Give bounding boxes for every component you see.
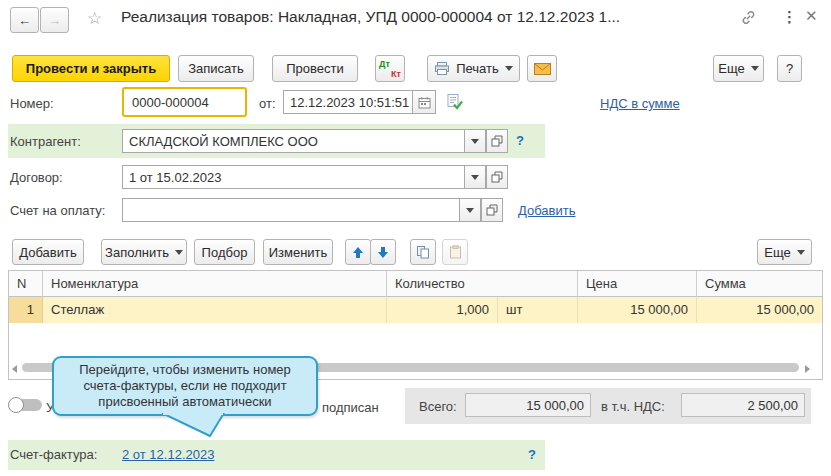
- copy-button[interactable]: [410, 239, 436, 265]
- invoice-help[interactable]: ?: [528, 447, 536, 462]
- h-scrollbar-right-arrow[interactable]: [805, 365, 810, 373]
- vat-total-label: в т.ч. НДС:: [601, 399, 665, 414]
- change-button[interactable]: Изменить: [263, 239, 333, 265]
- nav-back-button[interactable]: ←: [10, 7, 39, 33]
- favorite-star-icon[interactable]: ☆: [87, 8, 102, 29]
- invoice-link[interactable]: 2 от 12.12.2023: [122, 447, 214, 462]
- paste-button[interactable]: [442, 239, 468, 265]
- payment-invoice-label: Счет на оплату:: [10, 203, 105, 218]
- column-header-sum[interactable]: Сумма: [697, 271, 822, 297]
- row-quantity-cell[interactable]: 1,000: [387, 297, 498, 323]
- print-label: Печать: [456, 61, 499, 76]
- date-value: 12.12.2023 10:51:51: [290, 95, 409, 110]
- invoice-label: Счет-фактура:: [10, 447, 97, 462]
- dtkt-postings-button[interactable]: Дт Кт: [375, 55, 405, 82]
- fill-label: Заполнить: [105, 245, 169, 260]
- vat-value-field: 2 500,00: [681, 393, 805, 417]
- copy-icon: [416, 245, 430, 259]
- vat-value: 2 500,00: [747, 398, 798, 413]
- tooltip-bubble: Перейдите, чтобы изменить номер счета-фа…: [52, 356, 318, 416]
- date-label: от:: [259, 96, 276, 111]
- column-header-nomenclature[interactable]: Номенклатура: [43, 271, 387, 297]
- counterparty-dropdown-button[interactable]: [464, 129, 486, 153]
- get-link-icon[interactable]: [740, 9, 757, 29]
- move-down-button[interactable]: [370, 239, 396, 265]
- page-title: Реализация товаров: Накладная, УПД 0000-…: [121, 8, 620, 26]
- more-label: Еще: [764, 245, 790, 260]
- save-button[interactable]: Записать: [178, 55, 254, 82]
- number-input[interactable]: 0000-000004: [122, 87, 247, 117]
- fill-button[interactable]: Заполнить: [101, 239, 187, 265]
- forward-icon: →: [48, 13, 61, 28]
- column-header-n[interactable]: N: [9, 271, 43, 297]
- chevron-down-icon: [751, 66, 759, 71]
- calendar-icon: [418, 96, 431, 109]
- chevron-down-icon: [466, 208, 474, 213]
- chevron-down-icon: [471, 175, 479, 180]
- help-button[interactable]: ?: [777, 55, 802, 82]
- calendar-button[interactable]: [412, 90, 436, 114]
- toolbar-more-button[interactable]: Еще: [713, 55, 764, 82]
- arrow-down-icon: [377, 246, 389, 259]
- vat-mode-link[interactable]: НДС в сумме: [600, 96, 680, 111]
- dtkt-icon: Дт Кт: [379, 59, 401, 79]
- contract-label: Договор:: [10, 170, 63, 185]
- more-label: Еще: [718, 61, 744, 76]
- print-button[interactable]: Печать: [427, 55, 520, 82]
- contract-value: 1 от 15.02.2023: [129, 170, 221, 185]
- counterparty-label: Контрагент:: [10, 134, 81, 149]
- contract-input[interactable]: 1 от 15.02.2023: [122, 165, 465, 189]
- column-header-quantity[interactable]: Количество: [387, 271, 578, 297]
- send-email-button[interactable]: [527, 55, 557, 82]
- row-sum-cell[interactable]: 15 000,00: [697, 297, 822, 323]
- total-value: 15 000,00: [526, 398, 584, 413]
- open-form-icon: [491, 135, 503, 147]
- add-payment-invoice-link[interactable]: Добавить: [518, 203, 575, 218]
- tooltip-text: Перейдите, чтобы изменить номер счета-фа…: [79, 362, 291, 410]
- table-more-button[interactable]: Еще: [757, 239, 812, 265]
- contract-dropdown-button[interactable]: [464, 165, 486, 189]
- move-up-button[interactable]: [345, 239, 371, 265]
- signed-toggle[interactable]: [8, 397, 42, 413]
- number-value: 0000-000004: [132, 95, 209, 110]
- total-value-field: 15 000,00: [465, 393, 591, 417]
- counterparty-value: СКЛАДСКОЙ КОМПЛЕКС ООО: [129, 134, 318, 149]
- chevron-down-icon: [471, 139, 479, 144]
- row-number-cell[interactable]: 1: [9, 297, 43, 323]
- column-header-price[interactable]: Цена: [578, 271, 697, 297]
- counterparty-help[interactable]: ?: [516, 133, 524, 148]
- window-menu-icon[interactable]: ⋮: [782, 8, 797, 26]
- number-label: Номер:: [10, 96, 54, 111]
- arrow-up-icon: [352, 246, 364, 259]
- printer-icon: [434, 61, 450, 76]
- payment-invoice-open-button[interactable]: [481, 198, 503, 222]
- back-icon: ←: [18, 13, 31, 28]
- open-form-icon: [486, 204, 498, 216]
- tooltip-tail: [150, 413, 240, 439]
- payment-invoice-input[interactable]: [122, 198, 460, 222]
- chevron-down-icon: [175, 250, 183, 255]
- post-and-close-button[interactable]: Провести и закрыть: [12, 55, 170, 82]
- row-unit-cell[interactable]: шт: [498, 297, 578, 323]
- row-add-button[interactable]: Добавить: [12, 239, 84, 265]
- close-icon[interactable]: ✕: [805, 7, 818, 25]
- chevron-down-icon: [797, 250, 805, 255]
- payment-invoice-dropdown-button[interactable]: [459, 198, 481, 222]
- chevron-down-icon: [505, 66, 513, 71]
- nav-forward-button[interactable]: →: [40, 7, 69, 33]
- document-structure-icon[interactable]: [446, 93, 463, 113]
- h-scrollbar-left-arrow[interactable]: [12, 365, 17, 373]
- signed-label-suffix: подписан: [322, 400, 379, 415]
- row-price-cell[interactable]: 15 000,00: [578, 297, 697, 323]
- row-nomenclature-cell[interactable]: Стеллаж: [43, 297, 387, 323]
- post-button[interactable]: Провести: [272, 55, 358, 82]
- open-form-icon: [491, 171, 503, 183]
- toggle-knob: [8, 397, 24, 413]
- document-window: ← → ☆ Реализация товаров: Накладная, УПД…: [0, 0, 831, 476]
- counterparty-input[interactable]: СКЛАДСКОЙ КОМПЛЕКС ООО: [122, 129, 465, 153]
- date-input[interactable]: 12.12.2023 10:51:51: [283, 90, 413, 114]
- pick-button[interactable]: Подбор: [194, 239, 255, 265]
- contract-open-button[interactable]: [486, 165, 508, 189]
- total-label: Всего:: [419, 399, 457, 414]
- counterparty-open-button[interactable]: [486, 129, 508, 153]
